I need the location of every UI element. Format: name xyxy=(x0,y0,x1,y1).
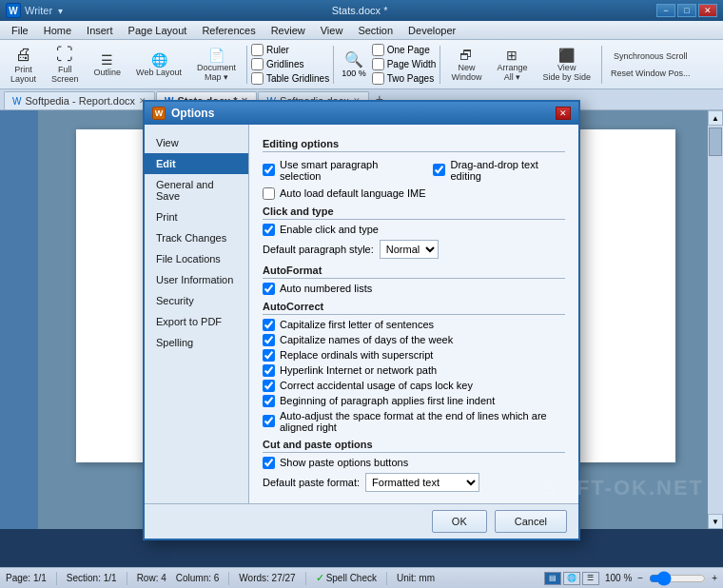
dialog-close-button[interactable]: ✕ xyxy=(556,107,571,120)
dialog-nav-file-locations[interactable]: File Locations xyxy=(145,248,248,269)
minimize-button[interactable]: − xyxy=(656,4,675,17)
enable-click-type-checkbox[interactable] xyxy=(263,224,275,236)
caps-lock-check[interactable]: Correct accidental usage of caps lock ke… xyxy=(263,380,565,392)
show-paste-options-checkbox[interactable] xyxy=(263,457,275,469)
ruler-check[interactable]: Ruler xyxy=(251,44,329,56)
tab-report[interactable]: W Softpedia - Report.docx ✕ xyxy=(4,91,155,109)
toolbar-arrange-all[interactable]: ⊞ ArrangeAll ▾ xyxy=(490,43,534,87)
replace-ordinals-check[interactable]: Replace ordinals with superscript xyxy=(263,349,565,362)
first-line-indent-check[interactable]: Beginning of paragraph applies first lin… xyxy=(263,395,565,407)
document-map-icon: 📄 xyxy=(208,48,225,63)
table-gridlines-check[interactable]: Table Gridlines xyxy=(251,72,329,85)
status-sep-1 xyxy=(56,572,57,585)
dialog-nav-export-pdf[interactable]: Export to PDF xyxy=(145,311,248,332)
menu-developer[interactable]: Developer xyxy=(401,23,463,38)
menu-home[interactable]: Home xyxy=(36,23,79,38)
smart-paragraph-check[interactable]: Use smart paragraph selection xyxy=(263,159,414,182)
menu-references[interactable]: References xyxy=(194,23,263,38)
web-layout-icon: 🌐 xyxy=(151,52,167,68)
one-page-check[interactable]: One Page xyxy=(372,44,437,56)
capitalize-sentences-checkbox[interactable] xyxy=(263,319,275,331)
auto-numbered-lists-checkbox[interactable] xyxy=(263,283,275,295)
hyperlink-internet-check[interactable]: Hyperlink Internet or network path xyxy=(263,364,565,377)
sync-group: Synchronous Scroll Reset Window Pos... xyxy=(606,49,695,81)
capitalize-days-checkbox[interactable] xyxy=(263,334,275,346)
dialog-nav-user-info[interactable]: User Information xyxy=(145,269,248,290)
scroll-down-button[interactable]: ▼ xyxy=(708,514,723,529)
page-width-label: Page Width xyxy=(387,59,437,69)
zoom-in-icon[interactable]: + xyxy=(712,573,717,583)
dialog-nav-security[interactable]: Security xyxy=(145,290,248,311)
first-line-indent-checkbox[interactable] xyxy=(263,395,275,407)
dialog-sidebar: View Edit General and Save Print Track C… xyxy=(145,125,249,503)
close-button[interactable]: ✕ xyxy=(698,4,717,17)
view-outline-button[interactable]: ☰ xyxy=(582,572,599,585)
toolbar-full-screen[interactable]: ⛶ FullScreen xyxy=(45,43,86,87)
zoom-slider[interactable] xyxy=(649,574,706,583)
zoom-label[interactable]: 100 % xyxy=(342,69,366,78)
zoom-out-icon[interactable]: − xyxy=(637,573,643,583)
dialog-nav-view[interactable]: View xyxy=(145,132,248,153)
drag-drop-checkbox[interactable] xyxy=(433,164,445,176)
auto-load-ime-checkbox[interactable] xyxy=(263,187,275,200)
toolbar-outline[interactable]: ☰ Outline xyxy=(88,43,128,87)
gridlines-checkbox[interactable] xyxy=(251,58,264,70)
toolbar-web-layout[interactable]: 🌐 Web Layout xyxy=(129,43,188,87)
hyperlink-internet-checkbox[interactable] xyxy=(263,364,275,377)
toolbar-view-side-by-side[interactable]: ⬛ ViewSide by Side xyxy=(536,43,597,87)
dialog-nav-print[interactable]: Print xyxy=(145,206,248,227)
show-paste-options-check[interactable]: Show paste options buttons xyxy=(263,457,565,469)
auto-load-ime-check[interactable]: Auto load default language IME xyxy=(263,187,565,200)
page-width-checkbox[interactable] xyxy=(372,58,384,70)
default-para-style-select[interactable]: Normal xyxy=(380,240,439,259)
capitalize-days-check[interactable]: Capitalize names of days of the week xyxy=(263,334,565,346)
scroll-thumb[interactable] xyxy=(709,127,722,156)
two-pages-checkbox[interactable] xyxy=(372,72,384,85)
menu-insert[interactable]: Insert xyxy=(79,23,121,38)
dialog-title-text: Options xyxy=(171,107,214,120)
dialog-nav-general-save[interactable]: General and Save xyxy=(145,174,248,206)
side-by-side-label: ViewSide by Side xyxy=(542,63,591,82)
default-paste-format-select[interactable]: Formatted text Plain text Unformatted te… xyxy=(365,473,479,492)
space-format-checkbox[interactable] xyxy=(263,415,275,427)
drag-drop-check[interactable]: Drag-and-drop text editing xyxy=(433,159,565,182)
page-width-check[interactable]: Page Width xyxy=(372,58,437,70)
view-normal-button[interactable]: ▤ xyxy=(544,572,561,585)
toolbar-reset-window[interactable]: Reset Window Pos... xyxy=(606,66,695,81)
print-layout-icon: 🖨 xyxy=(15,45,32,65)
menu-section[interactable]: Section xyxy=(350,23,401,38)
one-page-checkbox[interactable] xyxy=(372,44,384,56)
dialog-nav-edit[interactable]: Edit xyxy=(145,153,248,174)
dialog-nav-spelling[interactable]: Spelling xyxy=(145,332,248,353)
zoom-icon: 🔍 xyxy=(344,50,363,69)
dialog-nav-track-changes[interactable]: Track Changes xyxy=(145,227,248,248)
enable-click-type-check[interactable]: Enable click and type xyxy=(263,224,565,236)
ok-button[interactable]: OK xyxy=(432,510,487,533)
capitalize-sentences-check[interactable]: Capitalize first letter of sentences xyxy=(263,319,565,331)
maximize-button[interactable]: □ xyxy=(677,4,696,17)
view-web-button[interactable]: 🌐 xyxy=(563,572,580,585)
replace-ordinals-checkbox[interactable] xyxy=(263,349,275,362)
cancel-button[interactable]: Cancel xyxy=(495,510,567,533)
options-dialog: W Options ✕ View Edit General and Save P… xyxy=(143,100,580,540)
smart-paragraph-checkbox[interactable] xyxy=(263,164,275,176)
vertical-scrollbar: ▲ ▼ xyxy=(708,110,723,529)
section-editing-options: Editing options xyxy=(263,138,565,152)
menu-review[interactable]: Review xyxy=(264,23,313,38)
toolbar-document-map[interactable]: 📄 DocumentMap ▾ xyxy=(190,43,243,87)
caps-lock-checkbox[interactable] xyxy=(263,380,275,392)
toolbar-print-layout[interactable]: 🖨 PrintLayout xyxy=(4,43,43,87)
menu-file[interactable]: File xyxy=(4,23,36,38)
table-gridlines-checkbox[interactable] xyxy=(251,72,264,85)
ruler-checkbox[interactable] xyxy=(251,44,264,56)
toolbar-sync-scroll[interactable]: Synchronous Scroll xyxy=(606,49,695,64)
space-format-check[interactable]: Auto-adjust the space format at the end … xyxy=(263,410,565,433)
gridlines-check[interactable]: Gridlines xyxy=(251,58,329,70)
two-pages-check[interactable]: Two Pages xyxy=(372,72,437,85)
menu-view[interactable]: View xyxy=(313,23,351,38)
scroll-up-button[interactable]: ▲ xyxy=(708,110,723,126)
auto-numbered-lists-check[interactable]: Auto numbered lists xyxy=(263,283,565,295)
menu-page-layout[interactable]: Page Layout xyxy=(121,23,195,38)
toolbar-new-window[interactable]: 🗗 NewWindow xyxy=(444,43,488,87)
hyperlink-internet-label: Hyperlink Internet or network path xyxy=(280,364,437,376)
